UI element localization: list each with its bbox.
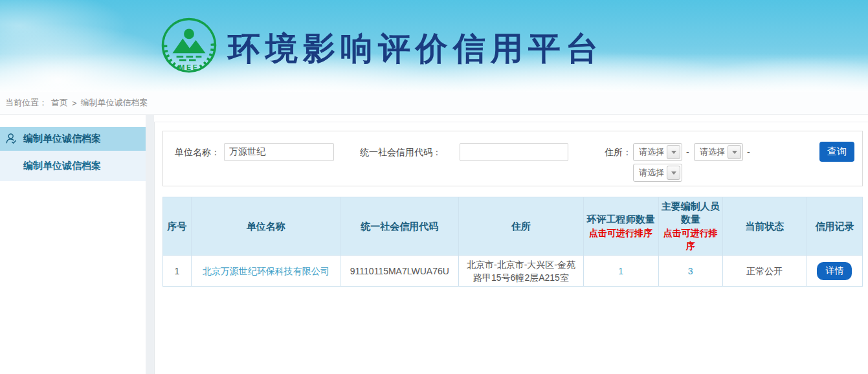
- svg-text:MEE: MEE: [179, 63, 199, 71]
- query-button[interactable]: 查询: [819, 142, 854, 162]
- table-header-row: 序号 单位名称 统一社会信用代码 住所 环评工程师数量 点击可进行排序 主要编制…: [163, 197, 863, 256]
- sidebar-divider: [146, 115, 154, 374]
- credit-code-cell: 91110115MA7LWUA76U: [340, 256, 459, 287]
- col-header-address: 住所: [459, 197, 583, 256]
- breadcrumb-current: 编制单位诚信档案: [81, 97, 148, 109]
- person-check-icon: [5, 133, 17, 145]
- sidebar-item-credit-archive[interactable]: 编制单位诚信档案: [0, 127, 146, 151]
- sidebar-subitem-label: 编制单位诚信档案: [23, 160, 101, 172]
- address-label: 住所：: [605, 143, 632, 161]
- breadcrumb-home-link[interactable]: 首页: [51, 97, 68, 109]
- status-cell: 正常公开: [722, 256, 807, 287]
- staff-count-link[interactable]: 3: [688, 266, 693, 276]
- table-row: 1 北京万源世纪环保科技有限公司 91110115MA7LWUA76U 北京市-…: [163, 256, 863, 287]
- sort-hint: 点击可进行排序: [660, 226, 721, 252]
- city-select-value: 请选择: [700, 146, 725, 158]
- province-select-value: 请选择: [639, 146, 664, 158]
- col-header-status: 当前状态: [722, 197, 807, 256]
- breadcrumb: 当前位置： 首页 > 编制单位诚信档案: [0, 92, 868, 115]
- mee-logo-icon: MEE: [161, 17, 217, 74]
- col-header-credit-code: 统一社会信用代码: [340, 197, 459, 256]
- company-name-link[interactable]: 北京万源世纪环保科技有限公司: [203, 266, 329, 276]
- header-banner: MEE 环境影响评价信用平台: [0, 0, 868, 92]
- company-name-input[interactable]: [224, 143, 334, 161]
- sidebar: 编制单位诚信档案 编制单位诚信档案: [0, 115, 146, 374]
- chevron-down-icon[interactable]: [667, 166, 680, 180]
- company-name-label: 单位名称：: [175, 143, 220, 161]
- credit-code-input[interactable]: [460, 143, 568, 161]
- detail-button[interactable]: 详情: [817, 262, 852, 280]
- engineer-count-link[interactable]: 1: [618, 266, 623, 276]
- search-form: 单位名称： 统一社会信用代码： 住所： 请选择 - 请选择 - 请选择 查询: [162, 131, 863, 186]
- breadcrumb-separator: >: [72, 98, 77, 108]
- col-header-credit-record: 信用记录: [807, 197, 862, 256]
- chevron-down-icon[interactable]: [667, 145, 680, 159]
- credit-code-label: 统一社会信用代码：: [360, 143, 441, 161]
- col-header-staff-count-sort[interactable]: 主要编制人员数量 点击可进行排序: [658, 197, 722, 256]
- col-header-company: 单位名称: [192, 197, 340, 256]
- sort-hint: 点击可进行排序: [585, 226, 657, 239]
- page-title: 环境影响评价信用平台: [228, 27, 603, 71]
- col-header-engineer-count-sort[interactable]: 环评工程师数量 点击可进行排序: [583, 197, 658, 256]
- breadcrumb-label: 当前位置：: [5, 97, 47, 109]
- district-select[interactable]: 请选择: [633, 164, 682, 182]
- sidebar-subitem-credit-archive[interactable]: 编制单位诚信档案: [0, 151, 146, 181]
- sidebar-item-label: 编制单位诚信档案: [23, 133, 101, 145]
- city-select[interactable]: 请选择: [694, 143, 743, 161]
- row-index: 1: [163, 256, 192, 287]
- province-select[interactable]: 请选择: [633, 143, 682, 161]
- address-dash: -: [686, 143, 689, 161]
- main-panel: 单位名称： 统一社会信用代码： 住所： 请选择 - 请选择 - 请选择 查询 序…: [154, 122, 868, 374]
- col-header-index: 序号: [163, 197, 192, 256]
- address-dash: -: [747, 143, 750, 161]
- chevron-down-icon[interactable]: [728, 145, 741, 159]
- results-table: 序号 单位名称 统一社会信用代码 住所 环评工程师数量 点击可进行排序 主要编制…: [162, 197, 863, 287]
- address-cell: 北京市-北京市-大兴区-金苑路甲15号6幢2层A215室: [459, 256, 583, 287]
- district-select-value: 请选择: [639, 167, 664, 179]
